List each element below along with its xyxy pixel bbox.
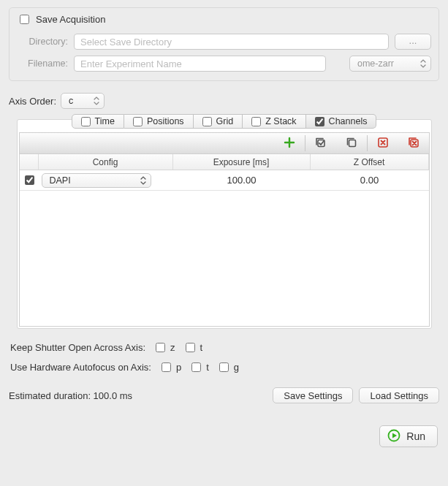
save-acquisition-label: Save Acquisition	[36, 14, 105, 25]
select-all-button[interactable]	[305, 132, 336, 154]
tab-zstack-checkbox[interactable]	[251, 117, 261, 126]
axis-order-select[interactable]: c	[61, 93, 105, 109]
tab-positions[interactable]: Positions	[124, 114, 194, 129]
directory-input[interactable]	[74, 34, 389, 50]
select-all-icon	[314, 137, 327, 151]
tab-strip: Time Positions Grid Z Stack Channels	[18, 114, 431, 130]
tab-host: Time Positions Grid Z Stack Channels	[17, 119, 432, 329]
estimated-duration: Estimated duration: 100.0 ms	[9, 390, 267, 401]
column-header-exposure: Exposure [ms]	[173, 154, 311, 170]
delete-row-button[interactable]	[368, 132, 398, 154]
tab-channels-label: Channels	[329, 116, 368, 126]
browse-directory-button[interactable]: ...	[395, 34, 431, 50]
file-format-value: ome-zarr	[357, 58, 394, 69]
svg-rect-1	[349, 140, 355, 146]
autofocus-label: Use Hardware Autofocus on Axis:	[10, 362, 151, 373]
shutter-z-checkbox[interactable]	[156, 343, 165, 352]
channel-config-value: DAPI	[50, 175, 71, 186]
shutter-label: Keep Shutter Open Across Axis:	[10, 342, 145, 353]
file-format-select[interactable]: ome-zarr	[349, 56, 431, 72]
zoffset-cell[interactable]: 0.00	[311, 175, 429, 186]
directory-label: Directory:	[17, 37, 68, 47]
duplicate-icon	[345, 137, 358, 151]
column-header-config: Config	[39, 154, 173, 170]
save-panel: Save Acquisition Directory: ... Filename…	[9, 7, 439, 81]
run-label: Run	[406, 430, 425, 442]
autofocus-g-label: g	[234, 362, 239, 373]
plus-icon	[284, 137, 295, 151]
tab-grid[interactable]: Grid	[194, 114, 243, 129]
duplicate-button[interactable]	[336, 132, 367, 154]
tab-zstack-label: Z Stack	[265, 116, 296, 126]
channels-table: Config Exposure [ms] Z Offset DAPI	[19, 154, 430, 327]
chevron-updown-icon	[140, 176, 146, 185]
autofocus-t-checkbox[interactable]	[191, 362, 201, 372]
tab-positions-checkbox[interactable]	[133, 117, 143, 126]
save-acquisition-checkbox[interactable]	[20, 15, 29, 24]
delete-icon	[378, 137, 388, 150]
chevron-updown-icon	[420, 59, 426, 68]
load-settings-button[interactable]: Load Settings	[359, 387, 439, 403]
clear-all-button[interactable]	[398, 132, 429, 154]
column-header-zoffset: Z Offset	[311, 154, 429, 170]
shutter-t-label: t	[200, 342, 203, 353]
autofocus-g-checkbox[interactable]	[219, 362, 229, 372]
acquisition-panel: Save Acquisition Directory: ... Filename…	[0, 0, 448, 456]
tab-grid-label: Grid	[216, 116, 234, 126]
tab-grid-checkbox[interactable]	[202, 117, 212, 126]
run-button[interactable]: Run	[379, 425, 438, 447]
add-row-button[interactable]	[274, 132, 305, 154]
save-settings-button[interactable]: Save Settings	[273, 387, 353, 403]
column-header-check	[20, 154, 39, 170]
axis-order-value: c	[69, 96, 73, 106]
filename-label: Filename:	[17, 58, 68, 69]
autofocus-p-label: p	[176, 362, 181, 373]
tab-channels-checkbox[interactable]	[315, 117, 324, 126]
filename-input[interactable]	[74, 56, 326, 72]
autofocus-p-checkbox[interactable]	[162, 362, 171, 372]
shutter-z-label: z	[170, 342, 175, 353]
table-row: DAPI 100.00 0.00	[20, 170, 429, 191]
shutter-t-checkbox[interactable]	[186, 343, 195, 352]
autofocus-t-label: t	[206, 362, 209, 373]
clear-all-icon	[407, 137, 420, 151]
play-icon	[387, 429, 400, 444]
axis-order-label: Axis Order:	[9, 96, 56, 107]
tab-positions-label: Positions	[147, 116, 184, 126]
tab-zstack[interactable]: Z Stack	[243, 114, 305, 129]
chevron-updown-icon	[94, 96, 99, 105]
channel-config-select[interactable]: DAPI	[42, 173, 151, 188]
tab-time-checkbox[interactable]	[81, 117, 91, 126]
tab-time-label: Time	[95, 116, 115, 126]
tab-channels[interactable]: Channels	[306, 114, 377, 129]
tab-time[interactable]: Time	[72, 114, 124, 129]
channels-toolbar	[19, 132, 430, 154]
exposure-cell[interactable]: 100.00	[173, 175, 311, 186]
row-enabled-checkbox[interactable]	[25, 175, 34, 185]
